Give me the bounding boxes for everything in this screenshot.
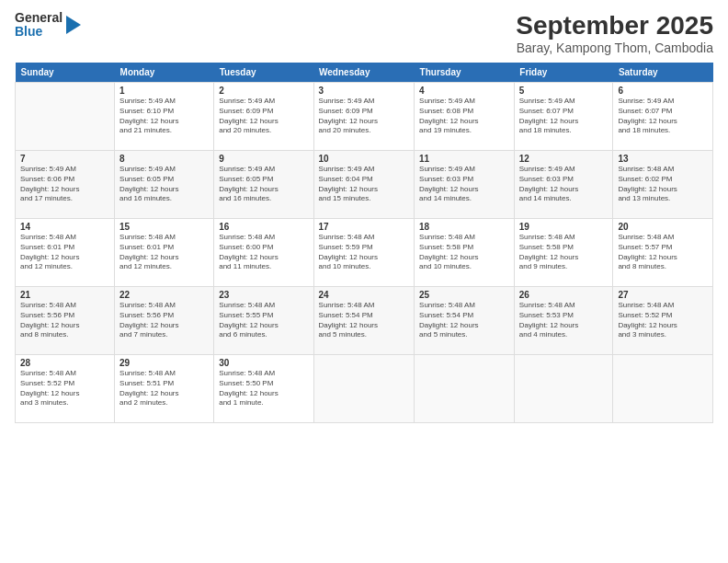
week-row-2: 7Sunrise: 5:49 AM Sunset: 6:06 PM Daylig… <box>16 151 713 219</box>
col-monday: Monday <box>115 63 214 83</box>
cell-content: Sunrise: 5:49 AM Sunset: 6:04 PM Dayligh… <box>319 165 410 204</box>
cell-2-1: 7Sunrise: 5:49 AM Sunset: 6:06 PM Daylig… <box>16 151 115 219</box>
day-number: 12 <box>519 154 609 164</box>
cell-2-2: 8Sunrise: 5:49 AM Sunset: 6:05 PM Daylig… <box>115 151 214 219</box>
logo-icon <box>64 14 83 36</box>
cell-content: Sunrise: 5:48 AM Sunset: 5:51 PM Dayligh… <box>119 369 209 408</box>
week-row-3: 14Sunrise: 5:48 AM Sunset: 6:01 PM Dayli… <box>16 219 713 287</box>
cell-content: Sunrise: 5:49 AM Sunset: 6:07 PM Dayligh… <box>618 97 708 136</box>
cell-3-6: 19Sunrise: 5:48 AM Sunset: 5:58 PM Dayli… <box>514 219 613 287</box>
day-number: 10 <box>319 154 410 164</box>
cell-1-2: 1Sunrise: 5:49 AM Sunset: 6:10 PM Daylig… <box>115 83 214 151</box>
cell-content: Sunrise: 5:49 AM Sunset: 6:03 PM Dayligh… <box>519 165 609 204</box>
cell-content: Sunrise: 5:48 AM Sunset: 6:01 PM Dayligh… <box>20 233 109 272</box>
cell-3-1: 14Sunrise: 5:48 AM Sunset: 6:01 PM Dayli… <box>16 219 115 287</box>
cell-5-6 <box>514 355 613 423</box>
cell-1-5: 4Sunrise: 5:49 AM Sunset: 6:08 PM Daylig… <box>415 83 515 151</box>
cell-content: Sunrise: 5:48 AM Sunset: 5:56 PM Dayligh… <box>119 301 209 340</box>
logo: General Blue <box>15 11 83 40</box>
day-number: 22 <box>119 290 209 300</box>
day-number: 27 <box>618 290 708 300</box>
logo-blue: Blue <box>15 25 63 39</box>
cell-content: Sunrise: 5:49 AM Sunset: 6:09 PM Dayligh… <box>219 97 308 136</box>
week-row-1: 1Sunrise: 5:49 AM Sunset: 6:10 PM Daylig… <box>16 83 713 151</box>
day-number: 25 <box>419 290 509 300</box>
day-number: 20 <box>618 222 708 232</box>
cell-2-4: 10Sunrise: 5:49 AM Sunset: 6:04 PM Dayli… <box>313 151 415 219</box>
cell-content: Sunrise: 5:49 AM Sunset: 6:10 PM Dayligh… <box>119 97 209 136</box>
cell-1-6: 5Sunrise: 5:49 AM Sunset: 6:07 PM Daylig… <box>514 83 613 151</box>
cell-5-7 <box>613 355 713 423</box>
cell-content: Sunrise: 5:48 AM Sunset: 5:54 PM Dayligh… <box>319 301 410 340</box>
day-number: 13 <box>618 154 708 164</box>
cell-content: Sunrise: 5:49 AM Sunset: 6:09 PM Dayligh… <box>319 97 410 136</box>
cell-3-4: 17Sunrise: 5:48 AM Sunset: 5:59 PM Dayli… <box>313 219 415 287</box>
cell-4-5: 25Sunrise: 5:48 AM Sunset: 5:54 PM Dayli… <box>415 287 515 355</box>
cell-content: Sunrise: 5:48 AM Sunset: 5:59 PM Dayligh… <box>319 233 410 272</box>
cell-content: Sunrise: 5:48 AM Sunset: 5:55 PM Dayligh… <box>219 301 308 340</box>
cell-content: Sunrise: 5:48 AM Sunset: 5:52 PM Dayligh… <box>618 301 708 340</box>
cell-4-7: 27Sunrise: 5:48 AM Sunset: 5:52 PM Dayli… <box>613 287 713 355</box>
cell-3-5: 18Sunrise: 5:48 AM Sunset: 5:58 PM Dayli… <box>415 219 515 287</box>
cell-1-1 <box>16 83 115 151</box>
cell-content: Sunrise: 5:48 AM Sunset: 5:57 PM Dayligh… <box>618 233 708 272</box>
col-thursday: Thursday <box>415 63 515 83</box>
logo-text: General Blue <box>15 11 63 40</box>
day-number: 16 <box>219 222 308 232</box>
col-sunday: Sunday <box>16 63 115 83</box>
day-number: 14 <box>20 222 109 232</box>
cell-2-3: 9Sunrise: 5:49 AM Sunset: 6:05 PM Daylig… <box>214 151 313 219</box>
day-number: 1 <box>119 86 209 96</box>
cell-4-3: 23Sunrise: 5:48 AM Sunset: 5:55 PM Dayli… <box>214 287 313 355</box>
day-number: 4 <box>419 86 509 96</box>
cell-5-3: 30Sunrise: 5:48 AM Sunset: 5:50 PM Dayli… <box>214 355 313 423</box>
cell-2-6: 12Sunrise: 5:49 AM Sunset: 6:03 PM Dayli… <box>514 151 613 219</box>
cell-content: Sunrise: 5:48 AM Sunset: 5:54 PM Dayligh… <box>419 301 509 340</box>
day-number: 26 <box>519 290 609 300</box>
day-number: 15 <box>119 222 209 232</box>
week-row-5: 28Sunrise: 5:48 AM Sunset: 5:52 PM Dayli… <box>16 355 713 423</box>
cell-2-5: 11Sunrise: 5:49 AM Sunset: 6:03 PM Dayli… <box>415 151 515 219</box>
day-number: 8 <box>119 154 209 164</box>
cell-5-2: 29Sunrise: 5:48 AM Sunset: 5:51 PM Dayli… <box>115 355 214 423</box>
cell-4-6: 26Sunrise: 5:48 AM Sunset: 5:53 PM Dayli… <box>514 287 613 355</box>
day-number: 7 <box>20 154 109 164</box>
cell-content: Sunrise: 5:48 AM Sunset: 6:00 PM Dayligh… <box>219 233 308 272</box>
day-number: 18 <box>419 222 509 232</box>
week-row-4: 21Sunrise: 5:48 AM Sunset: 5:56 PM Dayli… <box>16 287 713 355</box>
day-number: 24 <box>319 290 410 300</box>
calendar-page: General Blue September 2025 Baray, Kampo… <box>0 0 728 563</box>
day-number: 6 <box>618 86 708 96</box>
col-friday: Friday <box>514 63 613 83</box>
day-number: 23 <box>219 290 308 300</box>
day-number: 30 <box>219 358 308 368</box>
col-tuesday: Tuesday <box>214 63 313 83</box>
header-row: Sunday Monday Tuesday Wednesday Thursday… <box>16 63 713 83</box>
month-title: September 2025 <box>516 11 713 40</box>
day-number: 21 <box>20 290 109 300</box>
cell-5-4 <box>313 355 415 423</box>
subtitle: Baray, Kampong Thom, Cambodia <box>516 40 713 55</box>
cell-1-3: 2Sunrise: 5:49 AM Sunset: 6:09 PM Daylig… <box>214 83 313 151</box>
logo-general: General <box>15 11 63 25</box>
col-wednesday: Wednesday <box>313 63 415 83</box>
day-number: 28 <box>20 358 109 368</box>
title-section: September 2025 Baray, Kampong Thom, Camb… <box>516 11 713 55</box>
day-number: 17 <box>319 222 410 232</box>
cell-content: Sunrise: 5:49 AM Sunset: 6:05 PM Dayligh… <box>219 165 308 204</box>
cell-3-2: 15Sunrise: 5:48 AM Sunset: 6:01 PM Dayli… <box>115 219 214 287</box>
cell-content: Sunrise: 5:48 AM Sunset: 6:02 PM Dayligh… <box>618 165 708 204</box>
cell-3-7: 20Sunrise: 5:48 AM Sunset: 5:57 PM Dayli… <box>613 219 713 287</box>
day-number: 3 <box>319 86 410 96</box>
cell-content: Sunrise: 5:49 AM Sunset: 6:06 PM Dayligh… <box>20 165 109 204</box>
cell-content: Sunrise: 5:49 AM Sunset: 6:05 PM Dayligh… <box>119 165 209 204</box>
col-saturday: Saturday <box>613 63 713 83</box>
day-number: 5 <box>519 86 609 96</box>
day-number: 29 <box>119 358 209 368</box>
svg-marker-0 <box>66 16 81 34</box>
cell-content: Sunrise: 5:48 AM Sunset: 5:50 PM Dayligh… <box>219 369 308 408</box>
cell-4-4: 24Sunrise: 5:48 AM Sunset: 5:54 PM Dayli… <box>313 287 415 355</box>
cell-5-5 <box>415 355 515 423</box>
day-number: 11 <box>419 154 509 164</box>
cell-content: Sunrise: 5:48 AM Sunset: 5:52 PM Dayligh… <box>20 369 109 408</box>
